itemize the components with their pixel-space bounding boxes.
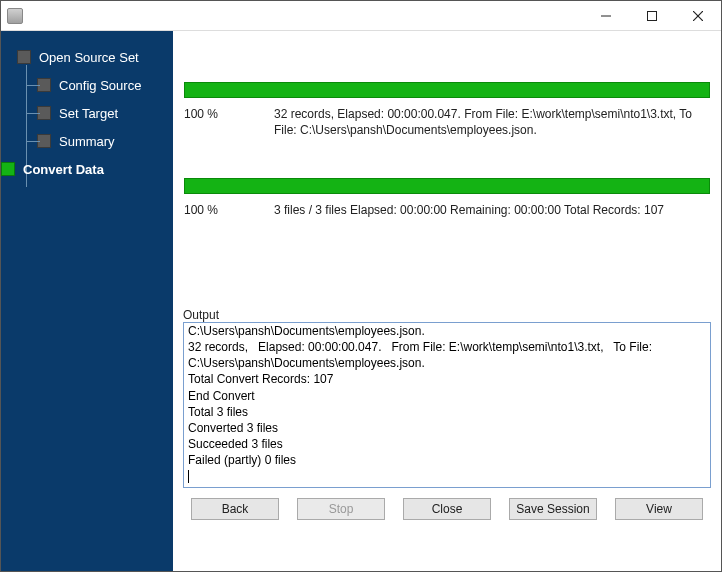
svg-rect-1 xyxy=(648,11,657,20)
node-icon xyxy=(37,106,51,120)
close-button[interactable]: Close xyxy=(403,498,491,520)
node-icon xyxy=(37,78,51,92)
output-textarea[interactable]: 43 records, Elapsed: 00:00:00.047. From … xyxy=(183,322,711,488)
sidebar-item-label: Convert Data xyxy=(23,162,104,177)
node-icon xyxy=(1,162,15,176)
app-icon xyxy=(7,8,23,24)
sidebar-item-config-source[interactable]: Config Source xyxy=(17,71,173,99)
svg-line-3 xyxy=(693,11,703,21)
sidebar-item-label: Open Source Set xyxy=(39,50,139,65)
output-label: Output xyxy=(183,308,711,322)
total-progress-pct: 100 % xyxy=(184,202,274,218)
sidebar-item-label: Summary xyxy=(59,134,115,149)
main-panel: 100 % 32 records, Elapsed: 00:00:00.047.… xyxy=(173,31,721,571)
view-button[interactable]: View xyxy=(615,498,703,520)
sidebar: Open Source Set Config Source Set Target… xyxy=(1,31,173,571)
sidebar-item-summary[interactable]: Summary xyxy=(17,127,173,155)
minimize-button[interactable] xyxy=(583,1,629,31)
node-icon xyxy=(37,134,51,148)
node-icon xyxy=(17,50,31,64)
back-button[interactable]: Back xyxy=(191,498,279,520)
close-window-button[interactable] xyxy=(675,1,721,31)
stop-button: Stop xyxy=(297,498,385,520)
total-progress-bar xyxy=(184,178,710,194)
titlebar xyxy=(1,1,721,31)
sidebar-item-label: Set Target xyxy=(59,106,118,121)
total-progress-text: 3 files / 3 files Elapsed: 00:00:00 Rema… xyxy=(274,202,710,218)
sidebar-item-set-target[interactable]: Set Target xyxy=(17,99,173,127)
file-progress-text: 32 records, Elapsed: 00:00:00.047. From … xyxy=(274,106,710,138)
sidebar-item-convert-data[interactable]: Convert Data xyxy=(1,155,173,183)
sidebar-item-label: Config Source xyxy=(59,78,141,93)
file-progress-pct: 100 % xyxy=(184,106,274,138)
sidebar-item-open-source-set[interactable]: Open Source Set xyxy=(17,43,173,71)
svg-line-2 xyxy=(693,11,703,21)
file-progress-bar xyxy=(184,82,710,98)
save-session-button[interactable]: Save Session xyxy=(509,498,597,520)
maximize-button[interactable] xyxy=(629,1,675,31)
